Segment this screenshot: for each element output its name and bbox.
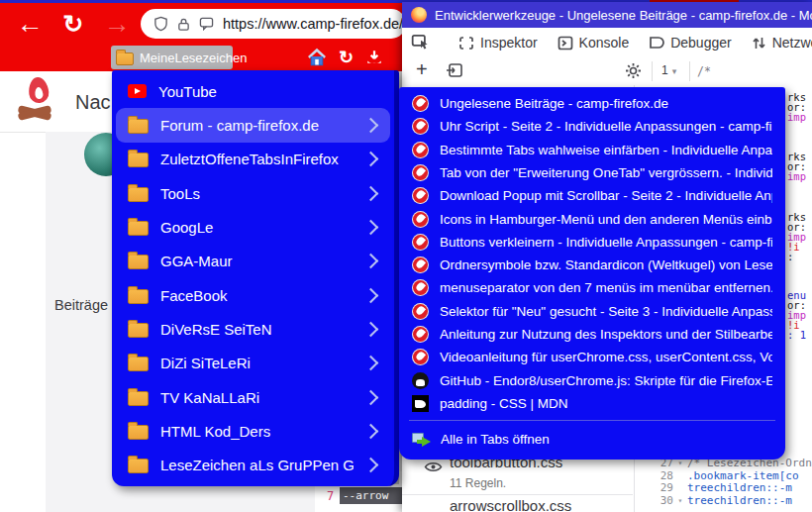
bookmarks-button-label: MeineLesezeichen: [140, 51, 247, 65]
bookmark-item[interactable]: Download Popup mit Scrollbar - Seite 2 -…: [399, 184, 785, 207]
line-number: 30: [640, 494, 673, 507]
menu-item-label: YouTube: [158, 83, 378, 100]
campfire-favicon: [412, 326, 429, 343]
campfire-favicon: [412, 142, 429, 158]
menu-item-facebook[interactable]: FaceBook: [116, 278, 390, 312]
menu-item-label: GGA-Maur: [160, 253, 354, 269]
campfire-favicon: [412, 187, 429, 204]
selected-code-text: --arrow: [340, 487, 402, 504]
bookmark-item[interactable]: padding - CSS | MDN: [399, 392, 785, 415]
bookmark-item[interactable]: Tab von der "Erweiterung OneTab" vergrös…: [399, 161, 785, 184]
bookmark-item[interactable]: Bestimmte Tabs wahlweise einfärben - Ind…: [399, 139, 785, 161]
line-selector-dropdown[interactable]: 1: [661, 63, 676, 77]
folder-icon: [128, 119, 149, 134]
menu-item-html-kod-ders[interactable]: HTML Kod_Ders: [116, 414, 390, 448]
bookmark-label: GitHub - Endor8/userChrome.js: Skripte f…: [440, 373, 772, 388]
url-text[interactable]: https://www.camp-firefox.de/: [223, 16, 403, 32]
eye-icon[interactable]: [424, 461, 443, 473]
refresh-icon[interactable]: [339, 49, 354, 66]
menu-item-diverse-seiten[interactable]: DiVeRsE SeiTeN: [116, 312, 390, 346]
forward-button[interactable]: [99, 8, 135, 40]
tab-konsole[interactable]: Konsole: [548, 28, 640, 57]
console-icon: [558, 36, 573, 51]
flame-shape: [28, 76, 51, 104]
code-line[interactable]: 29 treechildren::-m: [640, 481, 812, 494]
tab-netzwerkanalyse[interactable]: Netzwerkanalyse: [742, 28, 812, 57]
chevron-right-icon: [363, 458, 379, 473]
message-bubble-icon[interactable]: [199, 17, 214, 31]
download-icon[interactable]: [365, 49, 383, 66]
reload-button[interactable]: [55, 8, 91, 40]
debugger-icon: [649, 36, 664, 50]
style-editor-toolbar: 1 /*: [402, 57, 812, 86]
open-all-tabs-icon: [412, 432, 430, 447]
menu-item-lesezeichen-gruppen[interactable]: LeseZeichen aLs GruPPen GeSpeicherT: [116, 449, 390, 482]
stylesheet-rule-count: 11 Regeln.: [450, 476, 506, 490]
bookmark-item[interactable]: Ungelesene Beiträge - camp-firefox.de: [399, 92, 785, 115]
pick-element-button[interactable]: [411, 34, 431, 51]
menu-item-label: GoogLe: [160, 219, 354, 236]
bookmark-item[interactable]: GitHub - Endor8/userChrome.js: Skripte f…: [399, 368, 785, 391]
bookmark-item[interactable]: Uhr Script - Seite 2 - Individuelle Anpa…: [399, 115, 785, 138]
menu-item-forum-camp-firefox[interactable]: Forum - camp-firefox.de: [116, 108, 390, 142]
menu-item-google[interactable]: GoogLe: [116, 210, 390, 244]
bookmark-item[interactable]: Anleitung zur Nutzung des Inspektors und…: [399, 323, 785, 346]
separator: [689, 61, 690, 81]
code-text[interactable]: treechildren::-m: [687, 494, 792, 507]
tab-inspektor[interactable]: Inspektor: [449, 28, 548, 57]
devtools-tabbar: Inspektor Konsole Debugger: [402, 28, 812, 58]
import-sheet-button[interactable]: [446, 62, 463, 82]
bookmark-item[interactable]: Videoanleitung für userChrome.css, userC…: [399, 346, 785, 368]
chevron-right-icon: [363, 424, 379, 440]
campfire-favicon: [412, 95, 429, 112]
menu-item-label: ZuletztOffeneTabsInFirefox: [160, 151, 354, 167]
menu-item-dizi-siteleri[interactable]: DiZi SiTeLeRi: [116, 347, 390, 380]
separator: [652, 61, 653, 81]
folder-icon: [128, 357, 149, 371]
lock-icon[interactable]: [177, 17, 190, 32]
gear-icon[interactable]: [625, 62, 642, 83]
code-text[interactable]: treechildren::-m: [687, 481, 792, 494]
devtools-titlebar[interactable]: Entwicklerwerkzeuge - Ungelesene Beiträg…: [402, 2, 812, 28]
bookmark-item[interactable]: menuseparator von den 7 menüs im menübar…: [399, 276, 785, 299]
bookmark-item[interactable]: Buttons verkleinern - Individuelle Anpas…: [399, 231, 785, 254]
menu-item-label: HTML Kod_Ders: [160, 423, 354, 440]
campfire-favicon: [412, 279, 429, 296]
tab-debugger[interactable]: Debugger: [639, 28, 742, 57]
menu-item-youtube[interactable]: YouTube: [116, 74, 390, 108]
open-all-in-tabs[interactable]: Alle in Tabs öffnen: [399, 426, 785, 453]
folder-icon: [128, 459, 149, 473]
fold-arrow-icon[interactable]: [673, 496, 687, 505]
chevron-right-icon: [363, 254, 379, 269]
menu-item-label: DiZi SiTeLeRi: [160, 355, 354, 371]
url-bar[interactable]: https://www.camp-firefox.de/: [141, 9, 406, 39]
devtools-title: Entwicklerwerkzeuge - Ungelesene Beiträg…: [435, 8, 812, 23]
fold-arrow-icon[interactable]: [673, 459, 687, 467]
bookmark-item[interactable]: Selektor für "Neu" gesucht - Seite 3 - I…: [399, 300, 785, 323]
new-sheet-button[interactable]: [416, 58, 428, 81]
campfire-favicon: [412, 256, 429, 273]
bookmarks-menu: YouTube Forum - camp-firefox.de ZuletztO…: [112, 70, 399, 486]
bookmark-item[interactable]: Icons in Hamburger-Menü und den anderen …: [399, 207, 785, 230]
bookmark-item[interactable]: Ordnersymbole bzw. Standardicon (Weltkug…: [399, 254, 785, 276]
menu-item-label: FaceBook: [160, 287, 354, 304]
folder-icon: [128, 153, 149, 167]
code-first-line: /*: [697, 64, 711, 78]
tab-label: Debugger: [670, 35, 732, 51]
menu-item-zuletzt-offene-tabs[interactable]: ZuletztOffeneTabsInFirefox: [116, 143, 390, 176]
bookmark-label: menuseparator von den 7 menüs im menübar…: [440, 280, 772, 295]
menu-item-gga-maur[interactable]: GGA-Maur: [116, 245, 390, 278]
youtube-icon: [128, 84, 147, 98]
home-icon[interactable]: [307, 48, 327, 67]
code-line[interactable]: 30 treechildren::-m: [640, 494, 812, 507]
stylesheet-name[interactable]: arrowscrollbox.css: [450, 497, 571, 512]
menu-item-tools[interactable]: TooLs: [116, 176, 390, 210]
shield-icon[interactable]: [153, 16, 168, 32]
code-line[interactable]: 28 .bookmark-item[co: [640, 469, 812, 482]
line-number: 7: [327, 489, 334, 503]
back-button[interactable]: [12, 8, 48, 40]
menu-item-tv-kanallari[interactable]: TV KaNaLLaRi: [116, 380, 390, 414]
tab-label: Inspektor: [480, 35, 538, 51]
bookmarks-toolbar-button[interactable]: MeineLesezeichen: [111, 46, 233, 69]
chevron-right-icon: [363, 185, 379, 201]
